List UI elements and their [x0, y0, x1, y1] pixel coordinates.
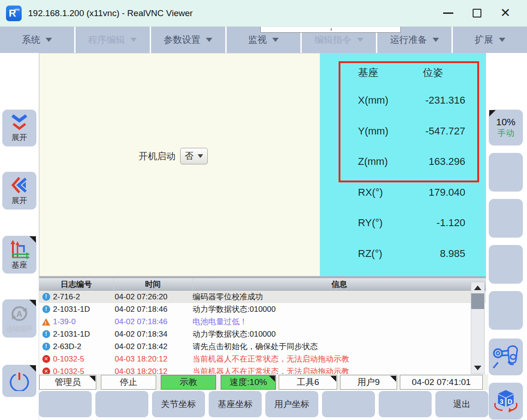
expand-left-label: 展开: [12, 195, 27, 206]
pose-y-label: Y(mm): [358, 125, 388, 137]
log-header-message[interactable]: 信息: [193, 278, 486, 290]
log-table: 日志编号 时间 信息 ! 2-716-2 04-02 07:26:20 编码器零…: [39, 276, 486, 374]
vnc-collapsed-toolbar[interactable]: [260, 27, 401, 33]
joint-coords-button[interactable]: 关节坐标: [152, 391, 205, 417]
boot-startup-select[interactable]: 否: [180, 148, 208, 164]
minimize-icon: [443, 12, 453, 14]
dropdown-caret-icon: [499, 38, 505, 42]
dropdown-caret-icon: [46, 38, 52, 42]
pose-row-x: X(mm) -231.316: [358, 94, 465, 125]
tool-select-button[interactable]: 工具6: [279, 375, 337, 390]
exit-label: 退出: [453, 398, 471, 410]
blank-button[interactable]: [95, 391, 148, 417]
fold-corner-icon: [29, 365, 36, 372]
pose-row-rz: RZ(°) 8.985: [358, 248, 465, 279]
scrollbar-thumb[interactable]: [471, 293, 484, 309]
pose-z-label: Z(mm): [358, 156, 388, 168]
blank-button[interactable]: [322, 391, 375, 417]
role-button[interactable]: 管理员: [39, 375, 96, 390]
log-header-time[interactable]: 时间: [114, 278, 193, 290]
log-header-id[interactable]: 日志编号: [39, 278, 114, 290]
blank-button[interactable]: [489, 199, 523, 238]
double-chevron-left-icon: [9, 176, 29, 194]
pose-header: 基座 位姿: [358, 66, 465, 94]
maximize-icon: [473, 9, 481, 18]
maximize-button[interactable]: [469, 6, 485, 21]
titlebar: R vnc 192.168.1.200 (x11vnc) - RealVNC V…: [0, 0, 527, 27]
user-frame-button[interactable]: 用户9: [340, 375, 397, 390]
exit-button[interactable]: 退出: [435, 391, 488, 417]
bottom-bar: 关节坐标 基座坐标 用户坐标 退出: [39, 391, 490, 417]
fold-corner-icon: [489, 110, 496, 117]
error-icon: ✕: [42, 355, 50, 363]
coordinate-axes-icon: [8, 239, 30, 259]
log-row[interactable]: ✕ 0-1032-5 04-03 18:20:12 当前机器人不在正常状态，无法…: [39, 353, 486, 365]
close-button[interactable]: ✕: [498, 6, 513, 21]
fold-corner-icon: [89, 376, 95, 382]
log-row[interactable]: ✕ 0-1032-5 04-03 18:20:12 当前机器人不在正常状态，无法…: [39, 365, 486, 374]
log-row[interactable]: ! 2-1031-1D 04-02 07:18:46 动力学数据状态:01000…: [39, 303, 486, 315]
menu-run-prepare-label: 运行准备: [390, 34, 427, 46]
base-coordinate-button[interactable]: 基座: [2, 236, 36, 274]
user-frame-label: 用户9: [357, 376, 380, 388]
double-chevron-down-icon: [9, 114, 30, 131]
error-icon: ✕: [42, 368, 50, 374]
pose-frame-label: 基座: [358, 66, 378, 80]
log-row[interactable]: ! 2-1031-1D 04-02 07:18:34 动力学数据状态:01000…: [39, 328, 486, 340]
menu-system-label: 系统: [22, 34, 40, 46]
pose-rx-value: 179.040: [428, 187, 465, 198]
view-3d-button[interactable]: 3 D: [489, 383, 523, 420]
dropdown-caret-icon: [130, 38, 137, 42]
power-button[interactable]: [2, 365, 36, 397]
speed-percent-label: 10%: [496, 117, 515, 128]
expand-left-button[interactable]: 展开: [2, 172, 36, 210]
base-coordinate-label: 基座: [12, 260, 27, 270]
menu-parameter-settings[interactable]: 参数设置: [151, 27, 225, 53]
log-row[interactable]: ! 2-63D-2 04-02 07:18:42 请先点击初始化，确保处于同步状…: [39, 340, 486, 353]
drag-teach-button[interactable]: [489, 338, 523, 375]
info-icon: !: [42, 343, 50, 350]
menu-system[interactable]: 系统: [0, 27, 74, 53]
blank-button[interactable]: [489, 245, 523, 284]
pose-ry-value: -1.120: [437, 217, 465, 229]
minimize-button[interactable]: [440, 6, 456, 21]
log-row[interactable]: 1-39-0 04-02 07:18:46 电池电量过低！: [39, 315, 486, 328]
dropdown-caret-icon: [357, 38, 363, 42]
menu-edit-instruction-label: 编辑指令: [315, 34, 351, 46]
pose-z-value: 163.296: [428, 156, 465, 168]
pose-row-z: Z(mm) 163.296: [358, 156, 465, 187]
boot-startup-label: 开机启动: [139, 150, 176, 163]
tool-select-label: 工具6: [297, 376, 319, 388]
blank-button[interactable]: [379, 391, 432, 417]
base-coords-button[interactable]: 基座坐标: [209, 391, 262, 417]
pose-x-value: -231.316: [425, 94, 465, 106]
menu-extend[interactable]: 扩展: [453, 27, 527, 53]
teach-mode-label: 示教: [180, 376, 197, 388]
fold-corner-icon: [330, 376, 336, 382]
scroll-down-icon[interactable]: [474, 366, 481, 370]
svg-text:3: 3: [500, 398, 504, 405]
scroll-up-icon[interactable]: [474, 286, 481, 290]
dropdown-caret-icon: [198, 154, 203, 158]
fold-corner-icon: [269, 376, 275, 382]
expand-down-button[interactable]: 展开: [2, 110, 36, 146]
user-coords-button[interactable]: 用户坐标: [265, 391, 318, 417]
pose-y-value: -547.727: [425, 125, 465, 137]
pose-table: 基座 位姿 X(mm) -231.316 Y(mm) -547.727 Z(mm…: [320, 53, 486, 276]
window-title: 192.168.1.200 (x11vnc) - RealVNC Viewer: [28, 8, 193, 18]
blank-button[interactable]: [489, 291, 523, 330]
blank-button[interactable]: [39, 391, 92, 417]
info-icon: !: [42, 305, 50, 313]
stop-status-button[interactable]: 停止: [101, 375, 156, 390]
pose-rz-label: RZ(°): [358, 248, 382, 260]
blank-button[interactable]: [489, 153, 523, 192]
log-row[interactable]: ! 2-716-2 04-02 07:26:20 编码器零位校准成功: [39, 291, 486, 303]
speed-mode-button[interactable]: 10% 手动: [489, 110, 523, 146]
boot-startup-value: 否: [185, 150, 193, 162]
menu-parameter-settings-label: 参数设置: [164, 34, 200, 46]
log-scrollbar[interactable]: [471, 282, 485, 374]
cube-3d-icon: 3 D: [492, 388, 519, 414]
speed-status-button[interactable]: 速度:10%: [221, 375, 276, 390]
teach-mode-button[interactable]: 示教: [161, 375, 216, 390]
log-rows: ! 2-716-2 04-02 07:26:20 编码器零位校准成功 ! 2-1…: [39, 291, 486, 374]
